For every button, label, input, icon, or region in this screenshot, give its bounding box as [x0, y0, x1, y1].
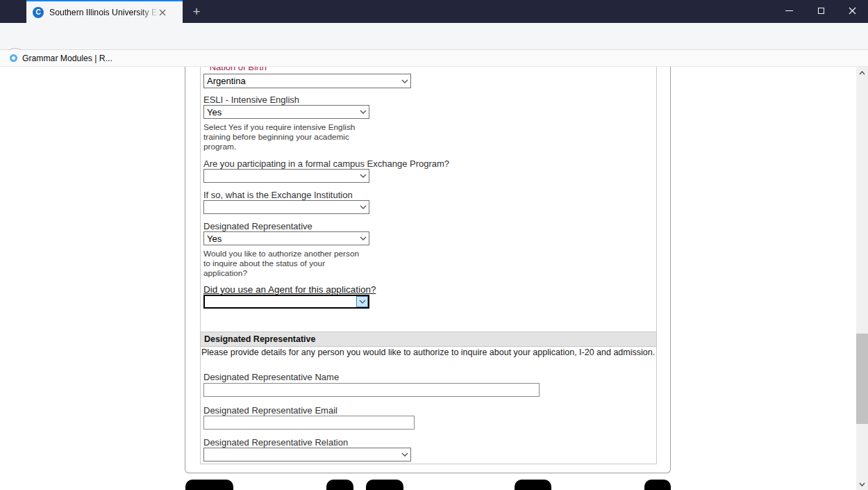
maximize-button[interactable]: [805, 0, 837, 21]
agent-select[interactable]: [203, 295, 369, 309]
exchange-institution-select[interactable]: [203, 200, 369, 214]
browser-tab[interactable]: C Southern Illinois University Edw: [26, 0, 183, 23]
scroll-down-button[interactable]: [856, 478, 868, 490]
form-nav-button-4[interactable]: [515, 480, 551, 490]
designated-representative-help-text: Would you like to authorize another pers…: [203, 249, 359, 278]
esli-help-line: training before beginning your academic: [203, 132, 355, 142]
exchange-institution-label: If so, what is the Exchange Institution: [203, 190, 353, 200]
esli-label: ESLI - Intensive English: [203, 95, 299, 105]
bookmark-favicon-icon: [10, 54, 17, 62]
tab-close-icon[interactable]: [159, 9, 166, 16]
designated-representative-label: Designated Representative: [203, 221, 312, 231]
section-header: Designated Representative: [201, 332, 656, 347]
form-nav-button-3[interactable]: [366, 480, 403, 490]
rep-help-line: application?: [203, 268, 359, 278]
esli-help-line: program.: [203, 142, 355, 152]
exchange-program-label: Are you participating in a formal campus…: [203, 158, 449, 169]
maximize-icon: [818, 8, 824, 14]
titlebar: C Southern Illinois University Edw +: [0, 0, 868, 23]
close-window-button[interactable]: [836, 0, 868, 21]
chevron-down-icon[interactable]: [356, 296, 368, 307]
nation-of-birth-select[interactable]: Argentina: [203, 74, 411, 88]
designated-representative-value: Yes: [207, 234, 358, 244]
vertical-scrollbar[interactable]: [856, 67, 868, 490]
esli-value: Yes: [207, 107, 358, 117]
new-tab-button[interactable]: +: [186, 0, 207, 23]
form-nav-button-5[interactable]: [644, 480, 671, 490]
page-content: * Nation of Birth Argentina ESLI - Inten…: [0, 67, 856, 490]
scroll-up-button[interactable]: [856, 67, 868, 79]
scroll-up-icon: [859, 71, 865, 75]
close-icon: [849, 7, 856, 15]
rep-help-line: to inquire about the status of your: [203, 259, 359, 268]
minimize-icon: [785, 10, 793, 11]
designated-representative-select[interactable]: Yes: [203, 231, 369, 245]
chevron-down-icon: [358, 205, 369, 209]
rep-name-input[interactable]: [203, 383, 540, 397]
rep-email-input[interactable]: [203, 416, 415, 430]
rep-relation-label: Designated Representative Relation: [203, 437, 348, 448]
chevron-down-icon: [358, 110, 369, 114]
tab-favicon-icon: C: [33, 7, 44, 18]
exchange-program-select[interactable]: [203, 169, 369, 183]
chevron-down-icon: [358, 236, 369, 240]
chevron-down-icon: [358, 174, 369, 178]
nation-of-birth-label: * Nation of Birth: [203, 67, 267, 72]
navigation-toolbar: https://siue.radiusbycampusmgmt.com/ssc/…: [0, 23, 868, 50]
nation-of-birth-value: Argentina: [207, 76, 399, 86]
esli-help-text: Select Yes if you require intensive Engl…: [203, 122, 355, 152]
form-nav-button-1[interactable]: [185, 480, 233, 490]
rep-help-line: Would you like to authorize another pers…: [203, 249, 359, 259]
tab-title: Southern Illinois University Edw: [49, 8, 159, 17]
section-intro-text: Please provide details for any person yo…: [201, 348, 655, 357]
bookmarks-bar: Grammar Modules | R...: [0, 50, 868, 67]
rep-name-label: Designated Representative Name: [203, 372, 339, 382]
scroll-down-icon: [859, 482, 865, 487]
agent-question-label: Did you use an Agent for this applicatio…: [203, 284, 376, 295]
form-nav-button-2[interactable]: [326, 480, 353, 490]
minimize-button[interactable]: [773, 0, 805, 21]
rep-email-label: Designated Representative Email: [203, 405, 337, 416]
esli-select[interactable]: Yes: [203, 105, 369, 119]
scrollbar-thumb[interactable]: [856, 334, 868, 424]
rep-relation-select[interactable]: [203, 448, 411, 462]
chevron-down-icon: [399, 79, 410, 83]
esli-help-line: Select Yes if you require intensive Engl…: [203, 122, 355, 132]
bookmark-item[interactable]: Grammar Modules | R...: [22, 54, 112, 63]
chevron-down-icon: [399, 452, 410, 457]
